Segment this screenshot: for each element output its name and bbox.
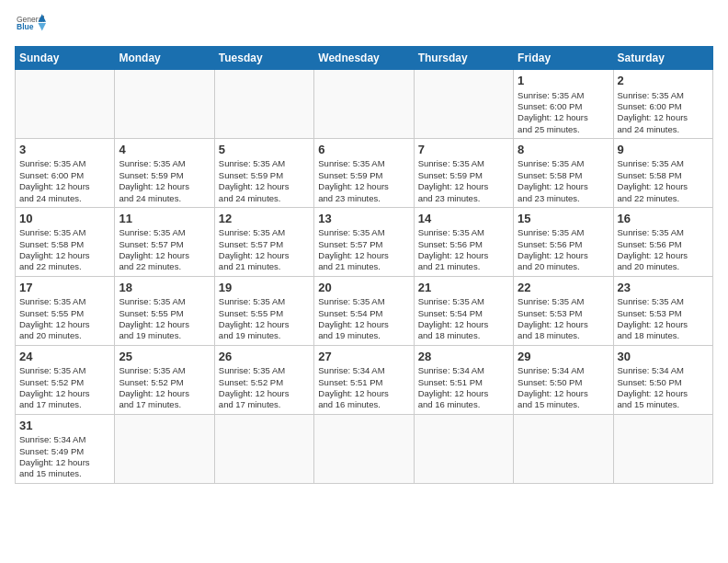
header-top: General Blue (15, 13, 713, 39)
table-row: 22Sunrise: 5:35 AM Sunset: 5:53 PM Dayli… (514, 276, 613, 345)
day-info: Sunrise: 5:35 AM Sunset: 5:52 PM Dayligh… (219, 365, 310, 410)
day-info: Sunrise: 5:35 AM Sunset: 5:55 PM Dayligh… (219, 296, 310, 341)
day-number: 19 (219, 280, 310, 296)
day-number: 18 (119, 280, 210, 296)
day-number: 27 (318, 349, 409, 365)
table-row (613, 414, 712, 483)
day-number: 26 (219, 349, 310, 365)
day-info: Sunrise: 5:35 AM Sunset: 5:53 PM Dayligh… (518, 296, 609, 341)
day-number: 30 (618, 349, 709, 365)
day-info: Sunrise: 5:34 AM Sunset: 5:50 PM Dayligh… (618, 365, 709, 410)
table-row (115, 414, 214, 483)
day-info: Sunrise: 5:35 AM Sunset: 6:00 PM Dayligh… (19, 158, 110, 203)
table-row (214, 70, 313, 139)
day-info: Sunrise: 5:35 AM Sunset: 5:55 PM Dayligh… (19, 296, 110, 341)
day-number: 16 (618, 211, 709, 227)
table-row: 14Sunrise: 5:35 AM Sunset: 5:56 PM Dayli… (414, 207, 513, 276)
table-row: 5Sunrise: 5:35 AM Sunset: 5:59 PM Daylig… (214, 138, 313, 207)
table-row: 31Sunrise: 5:34 AM Sunset: 5:49 PM Dayli… (16, 414, 115, 483)
table-row (314, 70, 414, 139)
weekday-header-saturday: Saturday (613, 47, 712, 70)
day-number: 2 (618, 73, 709, 89)
day-info: Sunrise: 5:35 AM Sunset: 5:57 PM Dayligh… (318, 227, 409, 272)
day-info: Sunrise: 5:34 AM Sunset: 5:50 PM Dayligh… (518, 365, 609, 410)
table-row: 23Sunrise: 5:35 AM Sunset: 5:53 PM Dayli… (613, 276, 712, 345)
page: General Blue SundayMondayTuesdayWednesda… (0, 0, 728, 493)
day-number: 8 (518, 142, 609, 158)
day-info: Sunrise: 5:34 AM Sunset: 5:51 PM Dayligh… (418, 365, 509, 410)
day-number: 22 (518, 280, 609, 296)
table-row: 6Sunrise: 5:35 AM Sunset: 5:59 PM Daylig… (314, 138, 414, 207)
table-row (514, 414, 613, 483)
day-number: 9 (618, 142, 709, 158)
table-row: 3Sunrise: 5:35 AM Sunset: 6:00 PM Daylig… (16, 138, 115, 207)
day-number: 12 (219, 211, 310, 227)
day-number: 5 (219, 142, 310, 158)
day-info: Sunrise: 5:35 AM Sunset: 5:52 PM Dayligh… (19, 365, 110, 410)
weekday-header-monday: Monday (115, 47, 214, 70)
table-row: 27Sunrise: 5:34 AM Sunset: 5:51 PM Dayli… (314, 345, 414, 414)
weekday-header-thursday: Thursday (414, 47, 513, 70)
day-info: Sunrise: 5:35 AM Sunset: 5:57 PM Dayligh… (219, 227, 310, 272)
day-number: 14 (418, 211, 509, 227)
table-row: 11Sunrise: 5:35 AM Sunset: 5:57 PM Dayli… (115, 207, 214, 276)
table-row: 13Sunrise: 5:35 AM Sunset: 5:57 PM Dayli… (314, 207, 414, 276)
day-number: 4 (119, 142, 210, 158)
table-row: 29Sunrise: 5:34 AM Sunset: 5:50 PM Dayli… (514, 345, 613, 414)
day-info: Sunrise: 5:35 AM Sunset: 5:59 PM Dayligh… (418, 158, 509, 203)
day-number: 28 (418, 349, 509, 365)
table-row: 25Sunrise: 5:35 AM Sunset: 5:52 PM Dayli… (115, 345, 214, 414)
day-number: 17 (19, 280, 110, 296)
table-row: 4Sunrise: 5:35 AM Sunset: 5:59 PM Daylig… (115, 138, 214, 207)
table-row: 7Sunrise: 5:35 AM Sunset: 5:59 PM Daylig… (414, 138, 513, 207)
weekday-header-tuesday: Tuesday (214, 47, 313, 70)
table-row (115, 70, 214, 139)
day-info: Sunrise: 5:35 AM Sunset: 5:56 PM Dayligh… (518, 227, 609, 272)
table-row: 21Sunrise: 5:35 AM Sunset: 5:54 PM Dayli… (414, 276, 513, 345)
day-info: Sunrise: 5:35 AM Sunset: 5:52 PM Dayligh… (119, 365, 210, 410)
svg-marker-3 (38, 23, 46, 31)
weekday-header-friday: Friday (514, 47, 613, 70)
weekday-header-wednesday: Wednesday (314, 47, 414, 70)
table-row (214, 414, 313, 483)
table-row: 26Sunrise: 5:35 AM Sunset: 5:52 PM Dayli… (214, 345, 313, 414)
table-row: 17Sunrise: 5:35 AM Sunset: 5:55 PM Dayli… (16, 276, 115, 345)
day-number: 21 (418, 280, 509, 296)
day-number: 6 (318, 142, 409, 158)
day-info: Sunrise: 5:35 AM Sunset: 5:59 PM Dayligh… (219, 158, 310, 203)
table-row: 2Sunrise: 5:35 AM Sunset: 6:00 PM Daylig… (613, 70, 712, 139)
day-number: 29 (518, 349, 609, 365)
table-row: 15Sunrise: 5:35 AM Sunset: 5:56 PM Dayli… (514, 207, 613, 276)
table-row: 12Sunrise: 5:35 AM Sunset: 5:57 PM Dayli… (214, 207, 313, 276)
day-number: 31 (19, 418, 110, 434)
day-number: 24 (19, 349, 110, 365)
day-number: 11 (119, 211, 210, 227)
day-info: Sunrise: 5:34 AM Sunset: 5:49 PM Dayligh… (19, 434, 110, 479)
day-info: Sunrise: 5:35 AM Sunset: 6:00 PM Dayligh… (518, 90, 609, 135)
day-number: 20 (318, 280, 409, 296)
table-row (314, 414, 414, 483)
day-number: 7 (418, 142, 509, 158)
calendar: SundayMondayTuesdayWednesdayThursdayFrid… (15, 46, 713, 484)
day-number: 25 (119, 349, 210, 365)
day-info: Sunrise: 5:35 AM Sunset: 5:56 PM Dayligh… (618, 227, 709, 272)
day-info: Sunrise: 5:35 AM Sunset: 5:57 PM Dayligh… (119, 227, 210, 272)
day-number: 10 (19, 211, 110, 227)
day-info: Sunrise: 5:35 AM Sunset: 5:59 PM Dayligh… (119, 158, 210, 203)
day-number: 3 (19, 142, 110, 158)
table-row: 30Sunrise: 5:34 AM Sunset: 5:50 PM Dayli… (613, 345, 712, 414)
day-info: Sunrise: 5:35 AM Sunset: 6:00 PM Dayligh… (618, 90, 709, 135)
table-row: 20Sunrise: 5:35 AM Sunset: 5:54 PM Dayli… (314, 276, 414, 345)
day-info: Sunrise: 5:35 AM Sunset: 5:58 PM Dayligh… (618, 158, 709, 203)
day-info: Sunrise: 5:35 AM Sunset: 5:55 PM Dayligh… (119, 296, 210, 341)
day-info: Sunrise: 5:35 AM Sunset: 5:59 PM Dayligh… (318, 158, 409, 203)
table-row (414, 414, 513, 483)
weekday-header-sunday: Sunday (16, 47, 115, 70)
logo: General Blue (15, 13, 46, 39)
table-row: 1Sunrise: 5:35 AM Sunset: 6:00 PM Daylig… (514, 70, 613, 139)
day-info: Sunrise: 5:35 AM Sunset: 5:53 PM Dayligh… (618, 296, 709, 341)
table-row (16, 70, 115, 139)
day-number: 1 (518, 73, 609, 89)
table-row: 18Sunrise: 5:35 AM Sunset: 5:55 PM Dayli… (115, 276, 214, 345)
day-info: Sunrise: 5:35 AM Sunset: 5:58 PM Dayligh… (19, 227, 110, 272)
